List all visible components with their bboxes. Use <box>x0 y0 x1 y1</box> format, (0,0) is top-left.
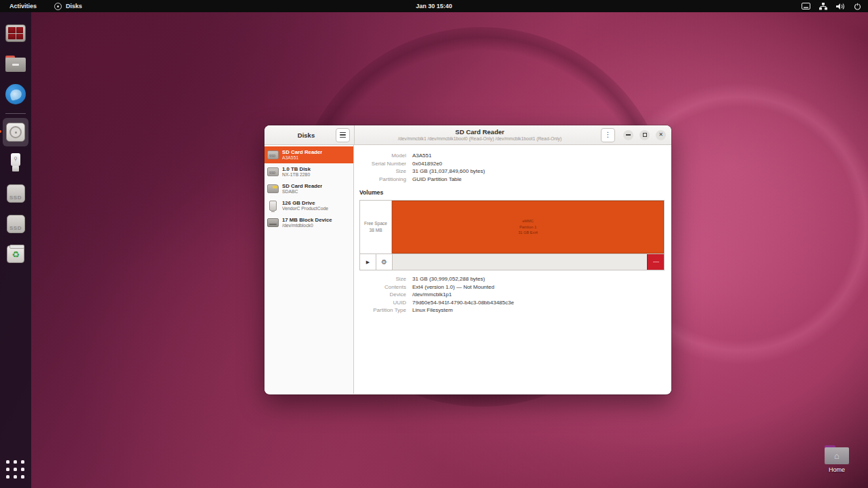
detail-value: GUID Partition Table <box>412 176 462 184</box>
sd-card-icon <box>267 150 279 159</box>
focused-app-indicator[interactable]: Disks <box>54 3 82 10</box>
drive-options-button[interactable]: ⋮ <box>601 128 615 142</box>
disks-window: Disks SD Card Reader /dev/mmcblk1 /dev/m… <box>264 125 671 394</box>
sidebar-item-sd-card-reader-sdabc[interactable]: SD Card Reader SDABC <box>264 180 353 197</box>
show-applications-button[interactable] <box>6 460 25 479</box>
window-header: SD Card Reader /dev/mmcblk1 /dev/mmcblk1… <box>355 125 671 144</box>
sd-card-icon <box>267 184 279 193</box>
trash-icon: ♻ <box>7 245 24 263</box>
dock-item-trash[interactable]: ♻ <box>3 240 28 268</box>
minus-icon <box>653 262 659 263</box>
title-bar[interactable]: Disks SD Card Reader /dev/mmcblk1 /dev/m… <box>264 125 671 145</box>
window-title: SD Card Reader <box>359 128 601 136</box>
sidebar-item-126gb-drive[interactable]: 126 GB Drive VendorC ProductCode <box>264 197 353 214</box>
free-space-segment[interactable]: Free Space 38 MB <box>360 201 392 253</box>
sidebar-item-sd-card-reader-a3a551[interactable]: SD Card Reader A3A551 <box>264 146 353 163</box>
sidebar-item-1tb-disk[interactable]: 1.0 TB Disk NX-1TB 2280 <box>264 163 353 180</box>
partition-label: Partition 1 <box>519 224 536 230</box>
detail-value: Linux Filesystem <box>412 306 453 314</box>
dock-item-disks[interactable] <box>3 118 28 146</box>
free-space-size: 38 MB <box>369 227 382 234</box>
block-device-icon <box>267 218 279 227</box>
partition-segment[interactable]: eMMC Partition 1 31 GB Ext4 <box>392 201 664 253</box>
detail-row-serial: Serial Number 0x041892e0 <box>359 160 665 168</box>
focused-app-name: Disks <box>66 3 82 9</box>
device-subtitle: SDABC <box>282 189 322 195</box>
detail-row-volume-size: Size 31 GB (30,999,052,288 bytes) <box>359 275 665 283</box>
detail-row-partition-type: Partition Type Linux Filesystem <box>359 306 665 314</box>
detail-row-uuid: UUID 79d60e54-941f-4790-b4c3-08bb43485c3… <box>359 299 665 307</box>
hamburger-icon <box>340 132 346 138</box>
detail-row-contents: Contents Ext4 (version 1.0) — Not Mounte… <box>359 283 665 291</box>
app-menu-button[interactable] <box>336 128 350 142</box>
dock-item-files[interactable] <box>3 49 28 78</box>
activities-button[interactable]: Activities <box>9 3 37 9</box>
keyboard-icon <box>802 3 810 9</box>
sidebar-header: Disks <box>264 125 355 144</box>
files-icon <box>5 56 26 72</box>
usb-drive-icon: ⚲ <box>10 153 21 172</box>
window-subtitle: /dev/mmcblk1 /dev/mmcblk1boot0 (Read-Onl… <box>359 136 601 142</box>
dock-item-ssd-1[interactable]: SSD <box>3 179 28 207</box>
disks-app-icon <box>6 123 25 142</box>
detail-value: 31 GB (31,037,849,600 bytes) <box>412 167 485 176</box>
system-status-area[interactable] <box>802 3 861 10</box>
detail-label: Size <box>359 275 412 283</box>
detail-label: Size <box>359 167 412 176</box>
detail-label: Contents <box>359 283 412 291</box>
detail-label: Model <box>359 152 412 160</box>
detail-label: UUID <box>359 299 412 307</box>
minimize-icon <box>626 134 631 136</box>
device-sidebar: SD Card Reader A3A551 1.0 TB Disk NX-1TB… <box>264 145 354 394</box>
device-title: 1.0 TB Disk <box>282 166 311 173</box>
volume-icon <box>836 3 845 10</box>
clock[interactable]: Jan 30 15:40 <box>416 3 452 9</box>
detail-value: /dev/mmcblk1p1 <box>412 291 452 299</box>
detail-label: Serial Number <box>359 160 412 168</box>
detail-row-device: Device /dev/mmcblk1p1 <box>359 291 665 299</box>
free-space-label: Free Space <box>364 220 387 227</box>
home-label: Home <box>822 466 852 473</box>
sidebar-item-17mb-block-device[interactable]: 17 MB Block Device /dev/mtdblock0 <box>264 214 353 231</box>
detail-row-size: Size 31 GB (31,037,849,600 bytes) <box>359 167 665 176</box>
desktop: Activities Disks Jan 30 15:40 <box>0 0 868 488</box>
thunderbird-icon <box>5 84 26 104</box>
usb-drive-icon <box>269 201 277 211</box>
gear-icon: ⚙ <box>381 258 387 266</box>
dock-item-red-tiles-app[interactable] <box>3 19 28 47</box>
close-button[interactable]: ✕ <box>656 130 666 140</box>
device-title: 126 GB Drive <box>282 200 328 207</box>
dock-separator <box>5 113 26 114</box>
play-icon: ▶ <box>366 260 370 265</box>
volume-toolbar: ▶ ⚙ <box>359 254 665 270</box>
delete-partition-button[interactable] <box>647 254 664 270</box>
minimize-button[interactable] <box>623 130 633 140</box>
detail-value: Ext4 (version 1.0) — Not Mounted <box>412 283 494 291</box>
partition-size: 31 GB Ext4 <box>518 230 538 236</box>
device-title: SD Card Reader <box>282 149 322 156</box>
device-subtitle: VendorC ProductCode <box>282 206 328 211</box>
dock-item-usb-drive[interactable]: ⚲ <box>3 148 28 177</box>
detail-row-model: Model A3A551 <box>359 152 665 160</box>
red-tiles-app-icon <box>5 24 26 42</box>
detail-value: 31 GB (30,999,052,288 bytes) <box>412 275 485 283</box>
toolbar-spacer <box>393 254 647 270</box>
dock-item-thunderbird[interactable] <box>3 80 28 108</box>
ssd-icon <box>267 167 279 176</box>
drive-details-pane: Model A3A551 Serial Number 0x041892e0 Si… <box>354 145 671 394</box>
home-shortcut[interactable]: ⌂ Home <box>822 445 852 473</box>
dock: ⚲ SSD SSD ♻ <box>0 12 31 488</box>
partition-options-button[interactable]: ⚙ <box>376 254 393 270</box>
disks-app-icon <box>54 3 62 10</box>
device-subtitle: NX-1TB 2280 <box>282 172 311 178</box>
dock-item-ssd-2[interactable]: SSD <box>3 209 28 238</box>
top-bar: Activities Disks Jan 30 15:40 <box>0 0 868 12</box>
sidebar-title: Disks <box>264 131 336 139</box>
device-title: 17 MB Block Device <box>282 217 332 224</box>
mount-button[interactable]: ▶ <box>360 254 376 270</box>
device-subtitle: /dev/mtdblock0 <box>282 223 332 228</box>
detail-value: 79d60e54-941f-4790-b4c3-08bb43485c3e <box>412 299 514 307</box>
device-title: SD Card Reader <box>282 183 322 190</box>
partition-name: eMMC <box>522 218 533 224</box>
maximize-button[interactable] <box>639 130 650 140</box>
